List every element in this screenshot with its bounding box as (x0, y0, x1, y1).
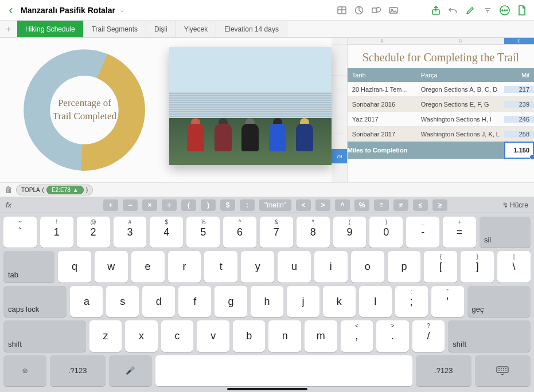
op-div[interactable]: ÷ (162, 199, 177, 211)
key-`[interactable]: ~` (3, 217, 37, 248)
op-lte[interactable]: ≤ (413, 199, 428, 211)
key--[interactable]: _- (406, 217, 439, 248)
filter-icon[interactable] (480, 3, 495, 18)
key-shift-right[interactable]: shift (448, 320, 531, 351)
column-headers[interactable]: B C E (348, 38, 534, 45)
key-7[interactable]: &7 (260, 217, 293, 248)
key-space[interactable] (155, 355, 412, 386)
op-gte[interactable]: ≥ (432, 199, 447, 211)
key-delete[interactable]: sil (480, 217, 531, 248)
schedule-table[interactable]: B C E Schedule for Completing the Trail … (348, 38, 534, 182)
insert-table-icon[interactable] (334, 3, 349, 18)
new-sheet-icon[interactable] (514, 3, 529, 18)
key-\[interactable]: |\ (497, 251, 531, 282)
key-dictate[interactable]: 🎤 (109, 355, 152, 386)
op-lparen[interactable]: ( (181, 199, 196, 211)
key-j[interactable]: j (287, 286, 319, 317)
insert-chart-icon[interactable] (352, 3, 367, 18)
row-number-selected[interactable]: 79 (332, 149, 347, 164)
key-'[interactable]: "' (431, 286, 464, 317)
hero-photo[interactable] (169, 47, 332, 165)
key-3[interactable]: #3 (114, 217, 147, 248)
op-dollar[interactable]: $ (220, 199, 235, 211)
key-4[interactable]: $4 (150, 217, 183, 248)
add-sheet-button[interactable]: + (0, 21, 17, 37)
key-d[interactable]: d (142, 286, 175, 317)
op-neq[interactable]: ≠ (393, 199, 408, 211)
key-symbols-left[interactable]: .?123 (50, 355, 106, 386)
key-=[interactable]: += (443, 217, 476, 248)
key-f[interactable]: f (178, 286, 211, 317)
key-5[interactable]: %5 (186, 217, 220, 248)
key-q[interactable]: q (58, 251, 91, 282)
tab-yiyecek[interactable]: Yiyecek (176, 21, 217, 37)
op-mult[interactable]: × (142, 199, 157, 211)
key-capslock[interactable]: caps lock (3, 286, 67, 317)
tab-hiking-schedule[interactable]: Hiking Schedule (17, 21, 84, 37)
key-symbols-right[interactable]: .?123 (416, 355, 471, 386)
key-y[interactable]: y (241, 251, 274, 282)
key-p[interactable]: p (388, 251, 421, 282)
key-g[interactable]: g (215, 286, 247, 317)
key-tab[interactable]: tab (3, 251, 54, 282)
tab-elevation[interactable]: Elevation 14 days (216, 21, 287, 37)
op-minus[interactable]: − (123, 199, 138, 211)
formula-bar[interactable]: 🗑 TOPLA ( E2:E78 ▲ ) (0, 182, 534, 197)
col-header-b[interactable]: B (348, 38, 416, 44)
key-s[interactable]: s (106, 286, 139, 317)
key-a[interactable]: a (70, 286, 103, 317)
home-indicator[interactable] (227, 388, 307, 390)
donut-chart[interactable]: Percentage of Trail Completed (0, 38, 169, 182)
key-t[interactable]: t (204, 251, 237, 282)
key-.[interactable]: >. (376, 320, 409, 351)
undo-icon[interactable] (446, 3, 461, 18)
insert-shape-icon[interactable] (369, 3, 384, 18)
op-rparen[interactable]: ) (201, 199, 216, 211)
key-9[interactable]: (9 (333, 217, 367, 248)
key-e[interactable]: e (131, 251, 165, 282)
table-row[interactable]: 20 Haziran-1 Temmuz 2016 Oregon Sections… (348, 82, 534, 97)
footer-total-cell[interactable]: 1.150 (504, 142, 534, 159)
key-o[interactable]: o (351, 251, 384, 282)
cell-reference-button[interactable]: ↯ Hücre (502, 201, 528, 209)
key-0[interactable]: )0 (369, 217, 403, 248)
key-,[interactable]: <, (341, 320, 373, 351)
share-icon[interactable] (428, 3, 443, 18)
formula-range-chip[interactable]: E2:E78 ▲ (46, 186, 84, 194)
key-;[interactable]: :; (395, 286, 428, 317)
key-r[interactable]: r (168, 251, 201, 282)
key-i[interactable]: i (314, 251, 348, 282)
formula-function-chip[interactable]: TOPLA ( E2:E78 ▲ ) (16, 185, 93, 195)
format-brush-icon[interactable] (463, 3, 478, 18)
key-][interactable]: }] (461, 251, 494, 282)
op-string[interactable]: "metin" (259, 199, 291, 211)
key-emoji[interactable]: ☺ (3, 355, 46, 386)
col-header-c[interactable]: C (416, 38, 504, 44)
key-n[interactable]: n (268, 320, 301, 351)
key-return[interactable]: geç (467, 286, 531, 317)
insert-media-icon[interactable] (386, 3, 401, 18)
key-b[interactable]: b (233, 320, 266, 351)
canvas-area[interactable]: Percentage of Trail Completed 79 B C E S… (0, 38, 534, 182)
op-colon[interactable]: : (240, 199, 255, 211)
op-gt[interactable]: > (315, 199, 330, 211)
key-1[interactable]: !1 (40, 217, 73, 248)
key-shift-left[interactable]: shift (3, 320, 86, 351)
op-lt[interactable]: < (296, 199, 311, 211)
key-u[interactable]: u (278, 251, 311, 282)
key-z[interactable]: z (89, 320, 122, 351)
key-x[interactable]: x (125, 320, 158, 351)
fx-label[interactable]: fx (6, 201, 20, 209)
col-header-e[interactable]: E (504, 38, 534, 44)
row-number-gutter[interactable]: 79 (332, 38, 348, 182)
back-chevron-icon[interactable]: ‹ (5, 3, 17, 18)
key-[[interactable]: {[ (424, 251, 457, 282)
tab-disli[interactable]: Dişli (146, 21, 176, 37)
key-/[interactable]: ?/ (412, 320, 445, 351)
key-w[interactable]: w (95, 251, 128, 282)
table-row[interactable]: Sonbahar 2017 Washington Sections J, K, … (348, 127, 534, 142)
key-l[interactable]: l (359, 286, 392, 317)
op-caret[interactable]: ^ (335, 199, 350, 211)
table-footer-row[interactable]: Miles to Completion 1.150 (348, 142, 534, 159)
key-hide-keyboard[interactable] (475, 355, 531, 386)
